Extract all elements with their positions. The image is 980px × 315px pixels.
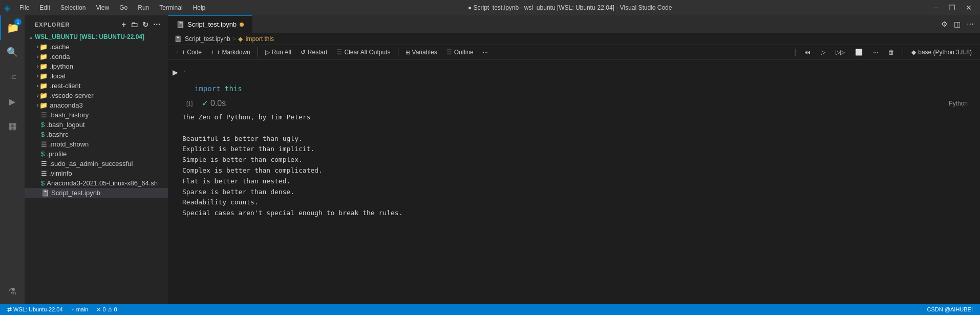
activity-source-control[interactable]: ⑂ — [0, 65, 25, 89]
tree-item-cache[interactable]: › 📁 .cache — [25, 42, 168, 52]
add-markdown-button[interactable]: + + Markdown — [207, 47, 254, 57]
refresh-icon[interactable]: ↻ — [141, 19, 150, 30]
folder-icon: 📁 — [39, 62, 48, 70]
toolbar-sep-3 — [903, 47, 903, 57]
runtime-label: base (Python 3.8.8) — [918, 49, 972, 56]
runtime-selector[interactable]: ◆ base (Python 3.8.8) — [907, 47, 976, 57]
variables-button[interactable]: ⊞ Variables — [401, 47, 441, 57]
status-csdn[interactable]: CSDN @AIHUBEI — [924, 304, 976, 315]
tab-actions: ⚙ ◫ ⋯ — [939, 18, 980, 30]
delete-icon: 🗑 — [888, 49, 894, 56]
run-all-icon: ▷ — [265, 49, 270, 56]
tree-item-label: .profile — [47, 150, 67, 158]
add-code-label: + Code — [182, 49, 202, 56]
status-errors[interactable]: ✕ 0 ⚠ 0 — [93, 304, 120, 315]
menu-file[interactable]: File — [14, 2, 34, 13]
tree-root-label: WSL_UBUNTU [WSL: UBUNTU-22.04] — [35, 33, 144, 40]
settings-icon[interactable]: ⚙ — [939, 18, 950, 30]
notebook-toolbar: + + Code + + Markdown ▷ Run All ↺ Restar… — [168, 45, 980, 60]
more-icon: ··· — [483, 49, 488, 56]
toolbar-sep-1 — [258, 47, 258, 57]
cell-run-button[interactable]: ▶ — [168, 65, 182, 79]
cell-more-button[interactable]: ··· — [869, 47, 882, 57]
activity-extensions[interactable]: ▦ — [0, 114, 25, 138]
tree-item-local[interactable]: › 📁 .local — [25, 71, 168, 81]
menu-help[interactable]: Help — [188, 2, 211, 13]
main-layout: 📁 1 🔍 ⑂ ▶ ▦ ⚗ Explorer + 🗀 ↻ ⋯ — [0, 15, 980, 304]
tree-item-ipython[interactable]: › 📁 .ipython — [25, 61, 168, 71]
menu-view[interactable]: View — [91, 2, 114, 13]
maximize-button[interactable]: ❐ — [945, 2, 960, 14]
breadcrumb-func[interactable]: import this — [246, 35, 274, 43]
tree-item-conda[interactable]: › 📁 .conda — [25, 52, 168, 61]
outline-icon: ☰ — [446, 49, 452, 56]
menu-edit[interactable]: Edit — [34, 2, 55, 13]
tree-item-profile[interactable]: $ .profile — [25, 149, 168, 159]
file-lines-icon: ☰ — [41, 170, 47, 177]
tree-item-label: .conda — [50, 53, 70, 60]
split-editor-icon[interactable]: ◫ — [952, 18, 963, 30]
activity-run[interactable]: ▶ — [0, 89, 25, 114]
breadcrumb-file[interactable]: Script_test.ipynb — [185, 35, 230, 43]
title-bar: ◈ File Edit Selection View Go Run Termin… — [0, 0, 980, 15]
cell-collapse-icon[interactable]: ˅ — [183, 70, 186, 75]
tree-item-rest-client[interactable]: › 📁 .rest-client — [25, 81, 168, 91]
clear-outputs-button[interactable]: ☰ Clear All Outputs — [332, 47, 394, 57]
status-branch[interactable]: ⑂ main — [68, 304, 92, 315]
tree-item-vscode-server[interactable]: › 📁 .vscode-server — [25, 91, 168, 100]
tree-item-anaconda-sh[interactable]: $ Anaconda3-2021.05-Linux-x86_64.sh — [25, 178, 168, 188]
restart-button[interactable]: ↺ Restart — [296, 47, 332, 57]
minimize-button[interactable]: ─ — [929, 2, 943, 14]
folder-arrow-icon: › — [37, 83, 38, 89]
tree-item-label: .rest-client — [50, 82, 80, 90]
tree-item-label: .local — [50, 72, 65, 80]
activity-explorer[interactable]: 📁 1 — [0, 15, 25, 40]
tree-item-bash-logout[interactable]: $ .bash_logout — [25, 120, 168, 130]
tree-item-label: .bash_history — [49, 111, 89, 119]
folder-arrow-icon: › — [37, 93, 38, 98]
add-code-button[interactable]: + + Code — [172, 47, 206, 57]
tab-script-ipynb[interactable]: 📓 Script_test.ipynb — [168, 15, 252, 33]
outline-button[interactable]: ☰ Outline — [442, 47, 478, 57]
cell-delete-button[interactable]: 🗑 — [884, 47, 899, 57]
output-expand-button[interactable]: ⋯ — [168, 112, 182, 120]
tree-item-sudo[interactable]: ☰ .sudo_as_admin_successful — [25, 159, 168, 169]
tree-item-motd[interactable]: ☰ .motd_shown — [25, 139, 168, 149]
close-button[interactable]: ✕ — [962, 2, 976, 14]
search-icon: 🔍 — [7, 47, 18, 58]
tree-root-wsl[interactable]: ⌄ WSL_UBUNTU [WSL: UBUNTU-22.04] — [25, 32, 168, 42]
file-dollar-icon: $ — [41, 131, 45, 138]
activity-search[interactable]: 🔍 — [0, 40, 25, 65]
menu-run[interactable]: Run — [133, 2, 154, 13]
output-content: The Zen of Python, by Tim Peters Beautif… — [182, 112, 980, 219]
run-all-button[interactable]: ▷ Run All — [261, 47, 295, 57]
new-file-icon[interactable]: + — [121, 19, 127, 30]
tree-item-bash-history[interactable]: ☰ .bash_history — [25, 110, 168, 120]
cell-run-button[interactable]: ▷ — [817, 47, 829, 57]
cell-stop-button[interactable]: ⬜ — [851, 47, 867, 57]
cell-run-prev-button[interactable]: ⏮ — [800, 47, 815, 57]
menu-selection[interactable]: Selection — [55, 2, 91, 13]
tab-bar: 📓 Script_test.ipynb ⚙ ◫ ⋯ — [168, 15, 980, 33]
folder-icon: 📁 — [39, 53, 48, 60]
tree-item-viminfo[interactable]: ☰ .viminfo — [25, 169, 168, 178]
status-right: CSDN @AIHUBEI — [924, 304, 976, 315]
status-wsl[interactable]: ⇄ WSL: Ubuntu-22.04 — [4, 304, 66, 315]
add-markdown-label: + Markdown — [217, 49, 250, 56]
menu-terminal[interactable]: Terminal — [154, 2, 187, 13]
more-actions-icon[interactable]: ⋯ — [965, 18, 976, 30]
menu-go[interactable]: Go — [114, 2, 133, 13]
output-line-2: Explicit is better than implicit. — [182, 144, 972, 155]
cell-more-icon: ··· — [873, 49, 878, 56]
notebook-right-toolbar: | ⏮ ▷ ▷▷ ⬜ ··· 🗑 — [792, 47, 976, 57]
new-folder-icon[interactable]: 🗀 — [130, 19, 139, 30]
activity-test[interactable]: ⚗ — [0, 279, 25, 304]
tree-item-script-ipynb[interactable]: 📓 Script_test.ipynb — [25, 188, 168, 198]
sidebar-title: Explorer — [35, 22, 70, 28]
collapse-all-icon[interactable]: ⋯ — [152, 19, 162, 30]
cell-status-check: ✓ — [202, 98, 208, 108]
tree-item-bashrc[interactable]: $ .bashrc — [25, 130, 168, 139]
tree-item-anaconda3[interactable]: › 📁 anaconda3 — [25, 100, 168, 110]
cell-run-next-button[interactable]: ▷▷ — [832, 47, 849, 57]
more-toolbar-button[interactable]: ··· — [479, 47, 492, 57]
